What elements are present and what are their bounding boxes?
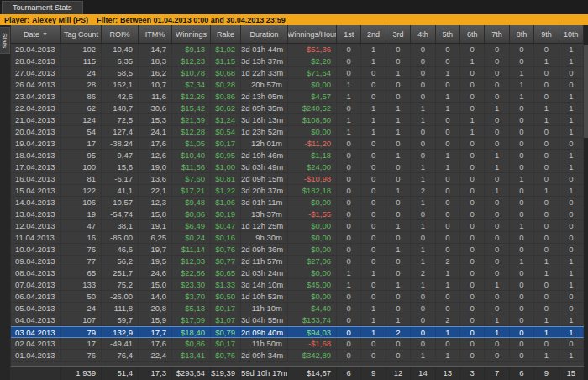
cell-place-8: 0	[510, 103, 534, 113]
table-row[interactable]: 10.04.20137646,619,7$11,14$0,762d 09h 36…	[11, 244, 584, 256]
table-row[interactable]: 19.04.201317-38,2417,6$1,05$0,1712h 01m-…	[11, 138, 584, 150]
column-header-itm[interactable]: ITM%	[139, 25, 172, 44]
cell-place-7: 0	[485, 55, 509, 66]
table-row[interactable]: 09.04.20137756,219,5$12,03$0,772d 11h 57…	[11, 256, 584, 267]
cell-roi: 162,1	[102, 79, 139, 90]
cell-place-5: 0	[436, 173, 460, 184]
column-header-winnings-hour[interactable]: Winnings/Hour	[288, 25, 337, 44]
table-row[interactable]: 02.04.201317-49,4117,6$0,86$0,1711h 50m-…	[11, 338, 584, 350]
column-header-roi[interactable]: ROI%	[102, 25, 139, 44]
cell-place-1: 0	[337, 150, 361, 161]
cell-place-8: 0	[510, 314, 534, 325]
cell-place-9: 0	[534, 303, 559, 314]
player-filter-bar: Player: Alexey Mill (PS) Filter: Between…	[0, 14, 588, 25]
cell-place-5: 0	[436, 197, 460, 208]
vertical-scrollbar[interactable]	[584, 25, 588, 380]
cell-place-4: 1	[411, 244, 435, 255]
cell-rake: $1,33	[211, 279, 241, 290]
cell-rake: $1,02	[211, 44, 241, 55]
cell-place-8: 1	[510, 173, 534, 184]
table-row[interactable]: 22.04.201362148,730,6$15,42$0,622d 05h 3…	[11, 103, 584, 114]
cell-place-6: 0	[460, 185, 485, 196]
table-row[interactable]: 27.04.20132458,516,2$10,78$0,681d 22h 33…	[11, 67, 584, 79]
column-header-10th[interactable]: 10th	[559, 25, 584, 44]
cell-tag-count: 65	[61, 267, 102, 278]
cell-duration: 2d 09h 34m	[241, 350, 288, 361]
column-header-tag-count[interactable]: Tag Count	[61, 25, 102, 44]
cell-place-1: 1	[337, 126, 361, 137]
table-row[interactable]: 04.04.201310759,715,9$17,09$1,073d 04h 5…	[11, 314, 584, 326]
table-row[interactable]: 07.04.201313375,215,0$23,30$1,333d 14h 1…	[11, 279, 584, 291]
cell-place-9: 0	[534, 44, 559, 55]
table-row[interactable]: 16.04.201381-6,1713,6$7,60$0,812d 09h 15…	[11, 173, 584, 185]
cell-place-10: 1	[559, 55, 584, 66]
table-row[interactable]: 13.04.201319-54,7415,8$0,86$0,1913h 37m-…	[11, 208, 584, 220]
cell-place-6: 0	[460, 303, 485, 314]
cell-place-9: 1	[534, 103, 559, 113]
table-row[interactable]: 29.04.2013102-10,4914,7$9,13$1,023d 01h …	[11, 44, 584, 55]
cell-tag-count: 100	[61, 161, 102, 172]
column-header-duration[interactable]: Duration	[241, 25, 288, 44]
table-row[interactable]: 05.04.201324111,820,8$5,13$0,1711h 10m$4…	[11, 303, 584, 314]
cell-place-6: 0	[460, 338, 485, 349]
cell-place-5: 0	[436, 185, 460, 196]
column-header-label: 4th	[417, 30, 428, 39]
column-header-7th[interactable]: 7th	[485, 25, 509, 44]
column-header-winnings[interactable]: Winnings	[172, 25, 211, 44]
column-header-1st[interactable]: 1st	[337, 25, 361, 44]
column-header-date[interactable]: Date▼	[11, 25, 61, 44]
table-row[interactable]: 12.04.20134738,119,1$6,49$0,471d 12h 25m…	[11, 220, 584, 232]
cell-date: 19.04.2013	[11, 138, 61, 149]
cell-place-4: 0	[411, 91, 435, 102]
table-row-selected[interactable]: 03.04.201379132,917,7$18,40$0,792d 09h 4…	[11, 326, 584, 338]
table-row[interactable]: 11.04.201316-85,006,25$0,24$0,169h 30m$0…	[11, 232, 584, 244]
table-row[interactable]: 28.04.20131156,3518,3$12,23$1,153d 13h 3…	[11, 55, 584, 67]
cell-winnings-hour: -$1,55	[288, 208, 337, 219]
table-row[interactable]: 20.04.201354127,424,1$12,28$0,541d 23h 5…	[11, 126, 584, 138]
total-place-7: 7	[485, 367, 509, 380]
column-header-8th[interactable]: 8th	[510, 25, 534, 44]
cell-place-5: 1	[436, 67, 460, 78]
cell-place-7: 0	[485, 232, 509, 243]
table-row[interactable]: 14.04.2013106-10,5712,3$9,48$1,063d 01h …	[11, 197, 584, 208]
cell-tag-count: 24	[61, 303, 102, 314]
table-row[interactable]: 23.04.20138642,611,6$12,26$0,862d 13h 05…	[11, 91, 584, 103]
column-header-6th[interactable]: 6th	[460, 25, 485, 44]
table-row[interactable]: 08.04.201365251,724,6$22,86$0,652d 03h 2…	[11, 267, 584, 279]
tab-tournament-stats[interactable]: Tournament Stats	[2, 1, 83, 14]
table-row[interactable]: 26.04.201328162,110,7$7,34$0,2820h 57m$0…	[11, 79, 584, 91]
cell-place-9: 0	[534, 161, 559, 172]
cell-place-7: 1	[485, 314, 509, 325]
table-row[interactable]: 18.04.2013959,4712,6$10,40$0,952d 19h 46…	[11, 150, 584, 161]
scrollbar-thumb[interactable]	[584, 45, 588, 138]
column-header-rake[interactable]: Rake	[211, 25, 241, 44]
cell-date: 10.04.2013	[11, 244, 61, 255]
cell-roi: -6,17	[102, 173, 139, 184]
column-header-5th[interactable]: 5th	[436, 25, 460, 44]
column-header-2nd[interactable]: 2nd	[361, 25, 386, 44]
column-header-9th[interactable]: 9th	[534, 25, 559, 44]
cell-place-3: 1	[386, 185, 411, 196]
cell-winnings: $11,56	[172, 161, 211, 172]
cell-winnings: $9,48	[172, 197, 211, 208]
date-filter-dropdown-icon[interactable]: ▼	[42, 31, 48, 37]
cell-place-10: 0	[559, 291, 584, 302]
cell-winnings-hour: $2,20	[288, 55, 337, 66]
cell-roi: -26,00	[102, 291, 139, 302]
cell-place-2: 0	[361, 150, 386, 161]
table-row[interactable]: 21.04.201312472,515,3$21,39$1,243d 16h 1…	[11, 114, 584, 126]
cell-place-1: 1	[337, 79, 361, 90]
cell-winnings: $12,23	[172, 55, 211, 66]
cell-place-9: 0	[534, 138, 559, 149]
side-tab-stats[interactable]: Stats	[0, 27, 10, 54]
table-row[interactable]: 15.04.201312241,122,1$17,21$1,223d 20h 3…	[11, 185, 584, 197]
table-row[interactable]: 06.04.201350-26,0014,0$3,70$0,501d 10h 5…	[11, 291, 584, 303]
column-header-3rd[interactable]: 3rd	[386, 25, 411, 44]
table-row[interactable]: 01.04.20137676,422,4$13,41$0,762d 09h 34…	[11, 350, 584, 362]
column-header-label: Duration	[249, 30, 278, 39]
cell-place-3: 1	[386, 67, 411, 78]
cell-place-9: 0	[534, 79, 559, 90]
cell-place-6: 1	[460, 114, 485, 125]
table-row[interactable]: 17.04.201310015,619,0$11,56$1,003d 03h 4…	[11, 161, 584, 173]
column-header-4th[interactable]: 4th	[411, 25, 435, 44]
